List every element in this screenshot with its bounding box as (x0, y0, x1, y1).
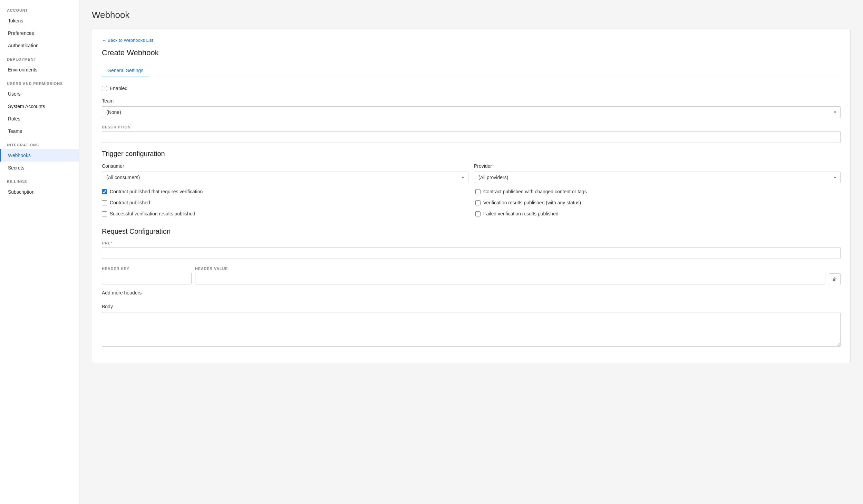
enabled-label: Enabled (110, 86, 127, 91)
checkbox-label-cb5: Verification results published (with any… (483, 200, 581, 205)
consumer-value: (All consumers) (106, 175, 140, 180)
trigger-section-title: Trigger configuration (102, 150, 841, 158)
team-select[interactable]: (None) ▾ (102, 106, 841, 118)
sidebar-item-subscription[interactable]: Subscription (0, 186, 79, 198)
sidebar: ACCOUNTTokensPreferencesAuthenticationDE… (0, 0, 79, 504)
sidebar-section-account: ACCOUNT (0, 3, 79, 14)
checkbox-label-cb1: Contract published that requires verific… (110, 189, 203, 194)
checkbox-row-cb4: Contract published with changed content … (475, 189, 841, 194)
team-label: Team (102, 98, 841, 104)
sidebar-item-roles[interactable]: Roles (0, 113, 79, 125)
page-title: Webhook (92, 10, 851, 20)
trash-icon: 🗑 (832, 277, 837, 282)
url-row: URL* (102, 241, 841, 259)
header-key-input[interactable] (102, 273, 192, 284)
checkbox-cb1[interactable] (102, 189, 107, 194)
sidebar-item-users[interactable]: Users (0, 88, 79, 100)
provider-chevron-icon: ▾ (834, 175, 836, 180)
body-row: Body (102, 304, 841, 348)
sidebar-item-teams[interactable]: Teams (0, 125, 79, 137)
checkbox-cb6[interactable] (475, 211, 481, 216)
description-row: DESCRIPTION (102, 125, 841, 143)
header-row: HEADER KEY HEADER VALUE 🗑 (102, 266, 841, 285)
request-section-title: Request Configuration (102, 227, 841, 235)
body-textarea[interactable] (102, 312, 841, 347)
add-headers-button[interactable]: Add more headers (102, 289, 142, 297)
url-input[interactable] (102, 247, 841, 259)
enabled-checkbox[interactable] (102, 86, 107, 91)
sidebar-section-deployment: DEPLOYMENT (0, 52, 79, 64)
header-key-label: HEADER KEY (102, 266, 192, 271)
consumer-select[interactable]: (All consumers) ▾ (102, 172, 468, 183)
consumer-provider-row: Consumer (All consumers) ▾ Provider (All… (102, 163, 841, 183)
sidebar-item-secrets[interactable]: Secrets (0, 162, 79, 174)
checkbox-row-cb5: Verification results published (with any… (475, 200, 841, 205)
sidebar-item-preferences[interactable]: Preferences (0, 27, 79, 39)
create-webhook-title: Create Webhook (102, 48, 841, 57)
consumer-label: Consumer (102, 163, 468, 169)
delete-header-button[interactable]: 🗑 (829, 273, 841, 285)
enabled-row: Enabled (102, 86, 841, 91)
checkbox-row-cb6: Failed verification results published (475, 211, 841, 216)
checkbox-label-cb3: Successful verification results publishe… (110, 211, 195, 216)
body-label: Body (102, 304, 841, 309)
checkbox-label-cb6: Failed verification results published (483, 211, 559, 216)
checkbox-cb4[interactable] (475, 189, 481, 194)
url-label: URL* (102, 241, 841, 245)
description-input[interactable] (102, 131, 841, 143)
trigger-checkboxes-grid: Contract published that requires verific… (102, 189, 841, 219)
consumer-chevron-icon: ▾ (462, 175, 464, 180)
checkbox-cb3[interactable] (102, 211, 107, 216)
provider-col: Provider (All providers) ▾ (474, 163, 841, 183)
trigger-col-right: Contract published with changed content … (475, 189, 841, 219)
sidebar-item-tokens[interactable]: Tokens (0, 14, 79, 27)
checkbox-row-cb2: Contract published (102, 200, 467, 205)
sidebar-section-integrations: INTEGRATIONS (0, 137, 79, 149)
consumer-col: Consumer (All consumers) ▾ (102, 163, 468, 183)
team-value: (None) (106, 109, 121, 115)
header-key-col: HEADER KEY (102, 266, 192, 284)
checkbox-cb5[interactable] (475, 200, 481, 205)
webhook-card: ← Back to Webhooks List Create Webhook G… (92, 29, 851, 363)
team-row: Team (None) ▾ (102, 98, 841, 118)
sidebar-item-webhooks[interactable]: Webhooks (0, 149, 79, 162)
trigger-col-left: Contract published that requires verific… (102, 189, 467, 219)
checkbox-row-cb1: Contract published that requires verific… (102, 189, 467, 194)
team-chevron-icon: ▾ (834, 110, 836, 115)
provider-select[interactable]: (All providers) ▾ (474, 172, 841, 183)
tab-general-settings[interactable]: General Settings (102, 64, 149, 77)
delete-btn-wrapper: 🗑 (829, 266, 841, 285)
back-link[interactable]: ← Back to Webhooks List (102, 38, 153, 43)
sidebar-section-users-and-permissions: USERS AND PERMISSIONS (0, 76, 79, 88)
description-label: DESCRIPTION (102, 125, 841, 129)
header-value-label: HEADER VALUE (195, 266, 825, 271)
sidebar-item-authentication[interactable]: Authentication (0, 39, 79, 52)
checkbox-label-cb4: Contract published with changed content … (483, 189, 587, 194)
checkbox-cb2[interactable] (102, 200, 107, 205)
provider-label: Provider (474, 163, 841, 169)
sidebar-item-environments[interactable]: Environments (0, 64, 79, 76)
checkbox-label-cb2: Contract published (110, 200, 150, 205)
sidebar-item-system-accounts[interactable]: System Accounts (0, 100, 79, 113)
tabs-container: General Settings (102, 64, 841, 77)
sidebar-section-billings: BILLINGS (0, 174, 79, 186)
header-val-col: HEADER VALUE (195, 266, 825, 284)
main-content: Webhook ← Back to Webhooks List Create W… (79, 0, 863, 504)
header-value-input[interactable] (195, 273, 825, 284)
provider-value: (All providers) (478, 175, 508, 180)
checkbox-row-cb3: Successful verification results publishe… (102, 211, 467, 216)
